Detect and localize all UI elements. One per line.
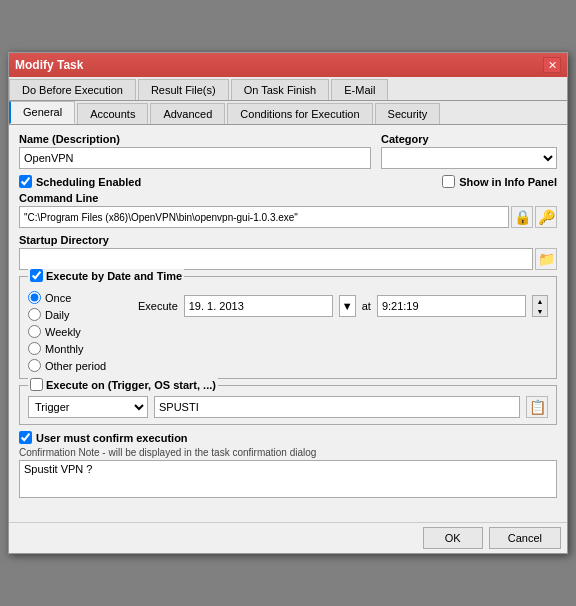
startup-dir-input[interactable] bbox=[19, 248, 533, 270]
show-info-checkbox[interactable] bbox=[442, 175, 455, 188]
buttons-row: OK Cancel bbox=[9, 522, 567, 553]
startup-dir-group: Startup Directory 📁 bbox=[19, 234, 557, 270]
key-icon: 🔑 bbox=[538, 209, 555, 225]
name-label: Name (Description) bbox=[19, 133, 371, 145]
tab-advanced[interactable]: Advanced bbox=[150, 103, 225, 124]
user-confirm-group: User must confirm execution Confirmation… bbox=[19, 431, 557, 500]
radio-weekly[interactable]: Weekly bbox=[28, 325, 128, 338]
startup-dir-label: Startup Directory bbox=[19, 234, 557, 246]
command-line-row: 🔒 🔑 bbox=[19, 206, 557, 228]
trigger-copy-btn[interactable]: 📋 bbox=[526, 396, 548, 418]
tab-general[interactable]: General bbox=[9, 101, 75, 124]
category-field: Category bbox=[381, 133, 557, 169]
modify-task-window: Modify Task ✕ Do Before Execution Result… bbox=[8, 52, 568, 554]
trigger-select[interactable]: Trigger bbox=[28, 396, 148, 418]
tabs-row2: General Accounts Advanced Conditions for… bbox=[9, 101, 567, 125]
radio-daily[interactable]: Daily bbox=[28, 308, 128, 321]
trigger-input[interactable] bbox=[154, 396, 520, 418]
tab-result-files[interactable]: Result File(s) bbox=[138, 79, 229, 100]
spinner-up[interactable]: ▲ bbox=[533, 296, 547, 306]
time-spinner: ▲ ▼ bbox=[532, 295, 548, 317]
ok-button[interactable]: OK bbox=[423, 527, 483, 549]
tab-email[interactable]: E-Mail bbox=[331, 79, 388, 100]
lock-icon-btn[interactable]: 🔒 bbox=[511, 206, 533, 228]
at-label: at bbox=[362, 300, 371, 312]
copy-icon: 📋 bbox=[529, 399, 546, 415]
name-field: Name (Description) bbox=[19, 133, 371, 169]
command-line-label: Command Line bbox=[19, 192, 557, 204]
execute-date-section: Execute by Date and Time Once Daily Week… bbox=[19, 276, 557, 379]
name-category-row: Name (Description) Category bbox=[19, 133, 557, 169]
spinner-down[interactable]: ▼ bbox=[533, 306, 547, 316]
key-icon-btn[interactable]: 🔑 bbox=[535, 206, 557, 228]
tab-conditions[interactable]: Conditions for Execution bbox=[227, 103, 372, 124]
date-dropdown-btn[interactable]: ▼ bbox=[339, 295, 356, 317]
tab-security[interactable]: Security bbox=[375, 103, 441, 124]
tab-on-task-finish[interactable]: On Task Finish bbox=[231, 79, 330, 100]
command-line-group: Command Line 🔒 🔑 bbox=[19, 192, 557, 228]
tab-do-before[interactable]: Do Before Execution bbox=[9, 79, 136, 100]
radio-group: Once Daily Weekly Monthly bbox=[28, 291, 128, 372]
user-confirm-label[interactable]: User must confirm execution bbox=[19, 431, 557, 444]
radio-once[interactable]: Once bbox=[28, 291, 128, 304]
scheduling-label[interactable]: Scheduling Enabled bbox=[19, 175, 141, 188]
trigger-title: Execute on (Trigger, OS start, ...) bbox=[28, 378, 218, 391]
folder-icon-btn[interactable]: 📁 bbox=[535, 248, 557, 270]
title-bar: Modify Task ✕ bbox=[9, 53, 567, 77]
scheduling-checkbox[interactable] bbox=[19, 175, 32, 188]
tab-accounts[interactable]: Accounts bbox=[77, 103, 148, 124]
execute-label: Execute bbox=[138, 300, 178, 312]
startup-dir-row: 📁 bbox=[19, 248, 557, 270]
content-area: Name (Description) Category Scheduling E… bbox=[9, 125, 567, 514]
execute-date-checkbox[interactable] bbox=[30, 269, 43, 282]
lock-icon: 🔒 bbox=[514, 209, 531, 225]
show-info-label[interactable]: Show in Info Panel bbox=[442, 175, 557, 188]
execute-date-content: Once Daily Weekly Monthly bbox=[28, 291, 548, 372]
cancel-button[interactable]: Cancel bbox=[489, 527, 561, 549]
command-line-input[interactable] bbox=[19, 206, 509, 228]
date-input[interactable] bbox=[184, 295, 333, 317]
confirm-textarea[interactable]: Spustit VPN ? bbox=[19, 460, 557, 498]
trigger-checkbox[interactable] bbox=[30, 378, 43, 391]
folder-icon: 📁 bbox=[538, 251, 555, 267]
scheduling-show-row: Scheduling Enabled Show in Info Panel bbox=[19, 175, 557, 188]
execute-date-title: Execute by Date and Time bbox=[28, 269, 184, 282]
execute-date-inputs: Execute ▼ at ▲ ▼ bbox=[138, 295, 548, 317]
trigger-section: Execute on (Trigger, OS start, ...) Trig… bbox=[19, 385, 557, 425]
radio-other[interactable]: Other period bbox=[28, 359, 128, 372]
name-input[interactable] bbox=[19, 147, 371, 169]
trigger-row: Trigger 📋 bbox=[28, 396, 548, 418]
category-select[interactable] bbox=[381, 147, 557, 169]
radio-monthly[interactable]: Monthly bbox=[28, 342, 128, 355]
close-button[interactable]: ✕ bbox=[543, 57, 561, 73]
tabs-row1: Do Before Execution Result File(s) On Ta… bbox=[9, 77, 567, 101]
category-label: Category bbox=[381, 133, 557, 145]
user-confirm-checkbox[interactable] bbox=[19, 431, 32, 444]
time-input[interactable] bbox=[377, 295, 526, 317]
confirm-note: Confirmation Note - will be displayed in… bbox=[19, 447, 557, 458]
window-title: Modify Task bbox=[15, 58, 83, 72]
